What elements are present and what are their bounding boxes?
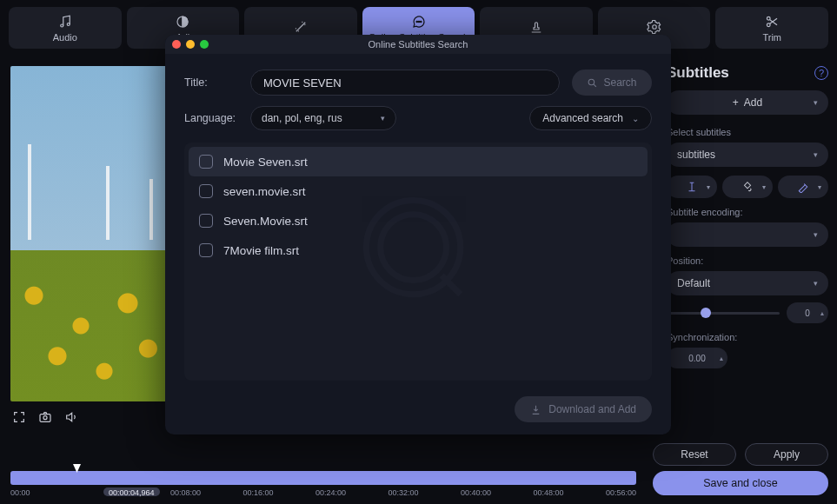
snapshot-icon[interactable]: [38, 410, 52, 428]
volume-icon[interactable]: [64, 410, 78, 428]
chevron-down-icon: ▾: [381, 114, 385, 123]
save-and-close-button[interactable]: Save and close: [653, 471, 828, 495]
double-chevron-down-icon: ⌄: [632, 114, 639, 123]
title-row: Title: Search: [184, 70, 652, 96]
encoding-label: Subtitle encoding:: [667, 207, 828, 217]
tab-label: Trim: [762, 32, 781, 43]
svg-point-1: [67, 23, 70, 25]
scissors-icon: [764, 14, 780, 30]
sync-value-box[interactable]: 0.00: [667, 348, 727, 368]
download-icon: [530, 404, 541, 415]
svg-point-10: [43, 416, 47, 420]
svg-point-6: [652, 24, 656, 29]
contrast-icon: [175, 14, 190, 30]
svg-point-5: [420, 21, 422, 23]
svg-point-11: [589, 79, 595, 85]
timeline: 00:00 00:00:04,964 00:08:00 00:16:00 00:…: [10, 471, 636, 497]
result-filename: Movie Seven.srt: [223, 156, 308, 169]
help-icon[interactable]: ?: [814, 66, 828, 80]
wand-icon: [293, 19, 309, 35]
checkbox[interactable]: [199, 243, 213, 257]
position-label: Position:: [667, 255, 828, 266]
speech-icon: [411, 14, 427, 30]
checkbox[interactable]: [199, 214, 213, 228]
apply-button[interactable]: Apply: [745, 443, 828, 466]
search-watermark-icon: [362, 196, 475, 312]
language-dropdown[interactable]: dan, pol, eng, rus ▾: [250, 106, 396, 130]
preview-pane: [0, 56, 174, 504]
panel-buttons: Reset Apply: [653, 443, 828, 466]
svg-point-3: [416, 21, 418, 23]
dialog-body: Title: Search Language: dan, pol, eng, r…: [165, 54, 671, 396]
results-list: Movie Seven.srt seven.movie.srt Seven.Mo…: [184, 143, 652, 381]
position-dropdown[interactable]: Default: [667, 271, 828, 295]
text-style-button[interactable]: [667, 176, 717, 198]
tab-trim[interactable]: Trim: [715, 7, 828, 49]
gear-icon: [647, 19, 662, 35]
add-label: Add: [744, 96, 762, 109]
svg-point-12: [381, 215, 447, 281]
reset-button[interactable]: Reset: [653, 443, 736, 466]
fullscreen-icon[interactable]: [12, 410, 26, 428]
language-row: Language: dan, pol, eng, rus ▾ Advanced …: [184, 106, 652, 130]
position-value-box[interactable]: 0: [787, 302, 828, 323]
timeline-ticks: 00:00 00:00:04,964 00:08:00 00:16:00 00:…: [10, 488, 636, 497]
checkbox[interactable]: [199, 184, 213, 198]
preview-controls: [10, 401, 163, 436]
sync-label: Synchronization:: [667, 332, 828, 342]
panel-heading: Subtitles: [667, 64, 828, 82]
language-value: dan, pol, eng, rus: [262, 112, 342, 124]
language-label: Language:: [184, 112, 238, 124]
plus-icon: +: [733, 96, 739, 109]
fill-color-button[interactable]: [722, 176, 773, 198]
timeline-track[interactable]: [10, 471, 636, 485]
svg-point-4: [418, 21, 420, 23]
video-preview[interactable]: [10, 66, 167, 401]
title-input[interactable]: [250, 70, 560, 96]
download-and-add-button[interactable]: Download and Add: [515, 396, 652, 422]
position-slider-row: 0: [667, 302, 828, 323]
search-button[interactable]: Search: [572, 70, 652, 96]
music-icon: [57, 14, 73, 30]
tab-audio[interactable]: Audio: [9, 7, 122, 49]
svg-rect-9: [40, 414, 50, 422]
svg-point-0: [61, 24, 63, 27]
advanced-search-button[interactable]: Advanced search ⌄: [529, 106, 652, 130]
title-label: Title:: [184, 76, 238, 89]
stamp-icon: [528, 19, 544, 35]
search-icon: [587, 77, 598, 89]
select-subtitles-label: Select subtitles: [667, 127, 828, 137]
subtitles-search-dialog: Online Subtitles Search Title: Search La…: [165, 35, 671, 434]
result-item[interactable]: Movie Seven.srt: [189, 147, 648, 176]
subtitles-panel: Subtitles ? + Add Select subtitles subti…: [667, 64, 828, 368]
position-slider[interactable]: [667, 312, 780, 315]
result-filename: seven.movie.srt: [223, 185, 306, 198]
dialog-title: Online Subtitles Search: [165, 39, 671, 50]
result-filename: 7Movie film.srt: [223, 244, 299, 257]
select-subtitles-dropdown[interactable]: subtitles: [667, 143, 828, 167]
dialog-titlebar[interactable]: Online Subtitles Search: [165, 35, 671, 54]
svg-point-8: [767, 23, 771, 26]
add-subtitles-button[interactable]: + Add: [667, 90, 828, 115]
checkbox[interactable]: [199, 155, 213, 169]
position-value: Default: [677, 277, 710, 289]
encoding-dropdown[interactable]: [667, 222, 828, 247]
current-time-badge: 00:00:04,964: [103, 487, 160, 496]
svg-point-7: [767, 17, 771, 20]
slider-thumb[interactable]: [701, 308, 711, 318]
outline-color-button[interactable]: [778, 176, 828, 198]
result-filename: Seven.Movie.srt: [223, 215, 308, 228]
text-style-row: [667, 176, 828, 198]
select-subtitles-value: subtitles: [677, 149, 715, 161]
tab-label: Audio: [53, 32, 77, 43]
